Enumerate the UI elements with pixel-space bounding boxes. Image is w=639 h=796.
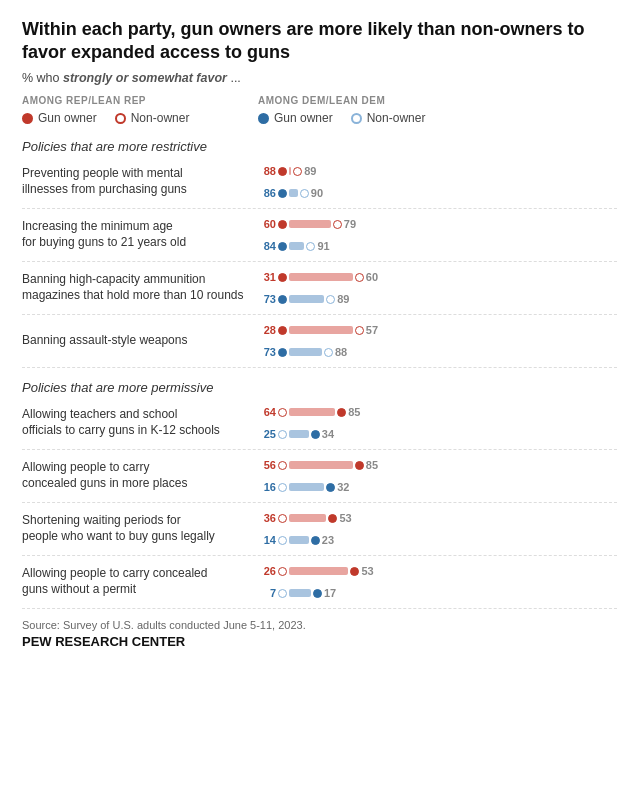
- owner-dot-icon: [337, 408, 346, 417]
- nonowner-dot-icon: [278, 589, 287, 598]
- bar-segment: [289, 189, 298, 197]
- owner-dot-icon: [278, 295, 287, 304]
- nonowner-dot-icon: [278, 536, 287, 545]
- bar-segment: [289, 273, 353, 281]
- row-label: Increasing the minimum agefor buying gun…: [22, 219, 252, 250]
- bar-segment: [289, 295, 324, 303]
- chart-area: 64852534: [256, 402, 617, 444]
- bar-segment: [289, 461, 353, 469]
- nonowner-dot-icon: [278, 514, 287, 523]
- bar-value-label: 16: [256, 481, 276, 493]
- legend-rep-nonowner: Non-owner: [115, 111, 190, 125]
- legend-rep-title: AMONG REP/LEAN REP: [22, 95, 222, 106]
- rep-bar-row: 6079: [256, 216, 617, 232]
- legend-dem-owner: Gun owner: [258, 111, 333, 125]
- bar-value-label: 25: [256, 428, 276, 440]
- rep-bar-row: 3653: [256, 510, 617, 526]
- rep-bar-row: 2857: [256, 322, 617, 338]
- section-restrictive-header: Policies that are more restrictive: [22, 135, 617, 154]
- row-label: Preventing people with mentalillnesses f…: [22, 166, 252, 197]
- rep-bar-row: 5685: [256, 457, 617, 473]
- owner-dot-icon: [355, 461, 364, 470]
- legend-dem-title: AMONG DEM/LEAN DEM: [258, 95, 458, 106]
- dem-bar-row: 8491: [256, 238, 617, 254]
- bar-value-label: 64: [256, 406, 276, 418]
- bar-value-label: 91: [317, 240, 335, 252]
- bar-value-label: 17: [324, 587, 342, 599]
- chart-area: 88898690: [256, 161, 617, 203]
- owner-dot-icon: [328, 514, 337, 523]
- bar-segment: [289, 326, 353, 334]
- bar-segment: [289, 483, 324, 491]
- owner-dot-icon: [311, 430, 320, 439]
- bar-value-label: 53: [361, 565, 379, 577]
- bar-value-label: 90: [311, 187, 329, 199]
- bar-segment: [289, 567, 348, 575]
- owner-dot-icon: [278, 273, 287, 282]
- bar-value-label: 57: [366, 324, 384, 336]
- owner-dot-icon: [278, 189, 287, 198]
- blue-outline-dot-icon: [351, 113, 362, 124]
- row-label: Shortening waiting periods forpeople who…: [22, 513, 252, 544]
- legend-rep-owner: Gun owner: [22, 111, 97, 125]
- dem-bar-row: 1423: [256, 532, 617, 548]
- table-row: Preventing people with mentalillnesses f…: [22, 156, 617, 209]
- row-label: Banning assault-style weapons: [22, 333, 252, 349]
- bar-segment: [289, 167, 291, 175]
- chart-area: 56851632: [256, 455, 617, 497]
- legend-dem-nonowner: Non-owner: [351, 111, 426, 125]
- bar-value-label: 73: [256, 346, 276, 358]
- nonowner-dot-icon: [355, 326, 364, 335]
- nonowner-dot-icon: [326, 295, 335, 304]
- bar-value-label: 36: [256, 512, 276, 524]
- bar-value-label: 56: [256, 459, 276, 471]
- org-name: PEW RESEARCH CENTER: [22, 634, 617, 649]
- nonowner-dot-icon: [300, 189, 309, 198]
- rep-bar-row: 3160: [256, 269, 617, 285]
- dem-bar-row: 7389: [256, 291, 617, 307]
- row-label: Allowing teachers and schoolofficials to…: [22, 407, 252, 438]
- owner-dot-icon: [278, 326, 287, 335]
- bar-value-label: 60: [256, 218, 276, 230]
- owner-dot-icon: [313, 589, 322, 598]
- nonowner-dot-icon: [278, 483, 287, 492]
- bar-segment: [289, 408, 335, 416]
- nonowner-dot-icon: [333, 220, 342, 229]
- table-row: Allowing people to carryconcealed guns i…: [22, 450, 617, 503]
- legend-dem: AMONG DEM/LEAN DEM Gun owner Non-owner: [258, 95, 458, 125]
- table-row: Allowing teachers and schoolofficials to…: [22, 397, 617, 450]
- bar-value-label: 53: [339, 512, 357, 524]
- bar-segment: [289, 220, 331, 228]
- bar-value-label: 73: [256, 293, 276, 305]
- chart-area: 2653717: [256, 561, 617, 603]
- owner-dot-icon: [278, 220, 287, 229]
- owner-dot-icon: [326, 483, 335, 492]
- bar-value-label: 85: [366, 459, 384, 471]
- table-row: Shortening waiting periods forpeople who…: [22, 503, 617, 556]
- bar-segment: [289, 514, 326, 522]
- chart-title: Within each party, gun owners are more l…: [22, 18, 617, 63]
- bar-value-label: 89: [304, 165, 322, 177]
- row-label: Allowing people to carry concealedguns w…: [22, 566, 252, 597]
- bar-value-label: 23: [322, 534, 340, 546]
- owner-dot-icon: [278, 348, 287, 357]
- legend: AMONG REP/LEAN REP Gun owner Non-owner A…: [22, 95, 617, 125]
- red-filled-dot-icon: [22, 113, 33, 124]
- nonowner-dot-icon: [278, 430, 287, 439]
- restrictive-rows: Preventing people with mentalillnesses f…: [22, 156, 617, 368]
- owner-dot-icon: [350, 567, 359, 576]
- table-row: Allowing people to carry concealedguns w…: [22, 556, 617, 609]
- blue-filled-dot-icon: [258, 113, 269, 124]
- dem-bar-row: 1632: [256, 479, 617, 495]
- bar-value-label: 79: [344, 218, 362, 230]
- dem-bar-row: 8690: [256, 185, 617, 201]
- owner-dot-icon: [278, 167, 287, 176]
- bar-value-label: 32: [337, 481, 355, 493]
- nonowner-dot-icon: [324, 348, 333, 357]
- dem-bar-row: 2534: [256, 426, 617, 442]
- bar-value-label: 84: [256, 240, 276, 252]
- row-label: Allowing people to carryconcealed guns i…: [22, 460, 252, 491]
- bar-segment: [289, 348, 322, 356]
- bar-segment: [289, 536, 309, 544]
- chart-area: 36531423: [256, 508, 617, 550]
